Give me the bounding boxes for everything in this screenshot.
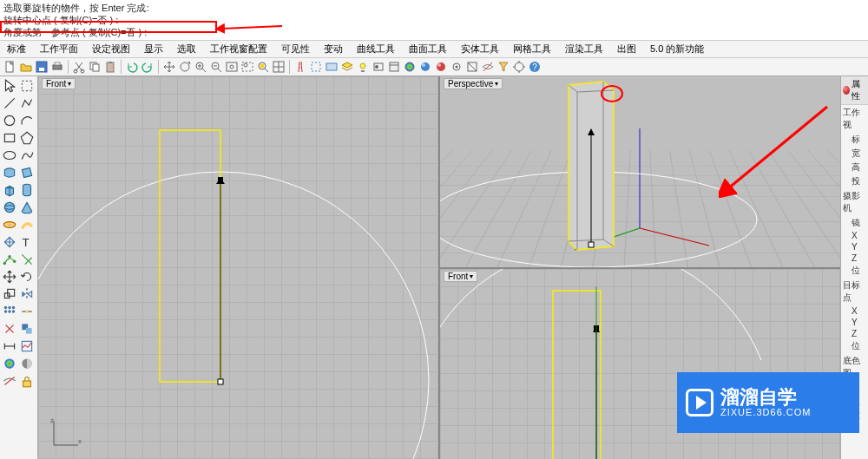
lasso-tool-icon[interactable] [19, 78, 35, 94]
properties-row[interactable]: Y [841, 317, 868, 328]
menu-item-4[interactable]: 选取 [170, 41, 203, 57]
trim-tool-icon[interactable] [19, 252, 35, 267]
pointer-tool-icon[interactable] [2, 78, 17, 94]
render-icon[interactable] [403, 60, 417, 74]
properties-row[interactable]: 镜 [841, 216, 868, 230]
analyze-tool-icon[interactable] [19, 338, 35, 354]
arc-tool-icon[interactable] [19, 113, 35, 128]
viewport-front-large[interactable]: Front ▾ x z [38, 76, 438, 459]
zoom-out-icon[interactable] [209, 60, 223, 74]
mesh-tool-icon[interactable] [2, 234, 17, 250]
properties-row[interactable]: X [841, 230, 868, 241]
properties-row[interactable]: Z [841, 252, 868, 264]
viewport-label[interactable]: Perspective ▾ [444, 78, 503, 89]
join-tool-icon[interactable] [19, 304, 35, 319]
zoom-window-icon[interactable] [240, 60, 254, 74]
redo-icon[interactable] [141, 60, 155, 74]
menu-item-2[interactable]: 设定视图 [85, 41, 137, 57]
menu-item-12[interactable]: 渲染工具 [558, 41, 610, 57]
viewport-label[interactable]: Front ▾ [444, 271, 477, 282]
circle-tool-icon[interactable] [2, 113, 17, 128]
menu-item-13[interactable]: 出图 [610, 41, 643, 57]
pan-icon[interactable] [162, 60, 176, 74]
properties-row[interactable]: Y [841, 241, 868, 252]
text-tool-icon[interactable]: T [19, 234, 35, 250]
viewport-label[interactable]: Front ▾ [42, 78, 76, 89]
scale-tool-icon[interactable] [2, 286, 17, 302]
new-file-icon[interactable] [3, 60, 17, 74]
command-prompt[interactable]: 角度或第一参考点 ( 复制(C)=否 ) : [3, 26, 865, 38]
viewport-perspective[interactable]: Perspective ▾ [440, 76, 840, 267]
menu-item-0[interactable]: 标准 [0, 41, 33, 57]
properties-row[interactable]: 标 [841, 133, 868, 147]
rotate-tool-icon[interactable] [19, 269, 35, 285]
toggle-icon[interactable] [372, 60, 385, 74]
lock-tool-icon[interactable] [19, 373, 35, 389]
pipe-tool-icon[interactable] [19, 217, 35, 233]
rectangle-tool-icon[interactable] [2, 130, 17, 146]
setting2-icon[interactable] [465, 60, 479, 74]
help-icon[interactable]: ? [528, 60, 542, 74]
polyline-tool-icon[interactable] [19, 95, 35, 111]
edit-pts-icon[interactable] [2, 252, 17, 267]
array-tool-icon[interactable] [2, 304, 17, 319]
hide-tool-icon[interactable] [2, 373, 17, 389]
dimension-tool-icon[interactable] [2, 338, 17, 354]
save-file-icon[interactable] [35, 60, 49, 74]
zoom-extents-icon[interactable] [225, 60, 239, 74]
zoom-in-icon[interactable] [194, 60, 207, 74]
paste-icon[interactable] [103, 60, 117, 74]
properties-icon[interactable] [387, 60, 401, 74]
rotate-view-icon[interactable] [178, 60, 192, 74]
hidden-icon[interactable] [481, 60, 495, 74]
explode-tool-icon[interactable] [2, 321, 17, 337]
mirror-tool-icon[interactable] [19, 286, 35, 302]
properties-row[interactable]: Z [841, 328, 868, 339]
light-icon[interactable] [356, 60, 370, 74]
properties-row[interactable]: 高 [841, 161, 868, 174]
menu-item-11[interactable]: 网格工具 [506, 41, 558, 57]
surface-tool-icon[interactable] [2, 165, 17, 180]
properties-header[interactable]: 属性 [841, 76, 868, 105]
road-icon[interactable] [293, 60, 307, 74]
properties-row[interactable]: X [841, 305, 868, 317]
group-tool-icon[interactable] [19, 321, 35, 337]
cut-icon[interactable] [72, 60, 86, 74]
plane-tool-icon[interactable] [19, 165, 35, 180]
open-file-icon[interactable] [19, 60, 33, 74]
menu-item-6[interactable]: 可见性 [274, 41, 317, 57]
shade-tool-icon[interactable] [19, 356, 35, 371]
filter-icon[interactable] [496, 60, 510, 74]
render-tool-icon[interactable] [2, 356, 17, 371]
properties-row[interactable]: 宽 [841, 147, 868, 161]
curve-tool-icon[interactable] [19, 148, 35, 163]
command-input[interactable] [149, 27, 236, 37]
print-icon[interactable] [50, 60, 64, 74]
polygon-tool-icon[interactable] [19, 130, 35, 146]
cylinder-tool-icon[interactable] [19, 182, 35, 198]
properties-row[interactable]: 投 [841, 174, 868, 188]
setting1-icon[interactable] [450, 60, 464, 74]
line-tool-icon[interactable] [2, 95, 17, 111]
properties-row[interactable]: 位 [841, 264, 868, 278]
sphere-red-icon[interactable] [434, 60, 448, 74]
sphere-tool-icon[interactable] [2, 200, 17, 215]
zoom-selected-icon[interactable] [256, 60, 270, 74]
menu-item-14[interactable]: 5.0 的新功能 [643, 41, 711, 57]
box-tool-icon[interactable] [2, 182, 17, 198]
select-icon[interactable] [309, 60, 323, 74]
sphere-blue-icon[interactable] [418, 60, 432, 74]
menu-item-8[interactable]: 曲线工具 [350, 41, 402, 57]
menu-item-10[interactable]: 实体工具 [454, 41, 506, 57]
menu-item-1[interactable]: 工作平面 [33, 41, 85, 57]
named-view-icon[interactable] [325, 60, 339, 74]
undo-icon[interactable] [125, 60, 139, 74]
menu-item-5[interactable]: 工作视窗配置 [203, 41, 274, 57]
menu-item-3[interactable]: 显示 [137, 41, 170, 57]
cone-tool-icon[interactable] [19, 200, 35, 215]
copy-icon[interactable] [88, 60, 102, 74]
layers-icon[interactable] [340, 60, 354, 74]
menu-item-7[interactable]: 变动 [317, 41, 350, 57]
move-tool-icon[interactable] [2, 269, 17, 285]
ellipse-tool-icon[interactable] [2, 148, 17, 163]
